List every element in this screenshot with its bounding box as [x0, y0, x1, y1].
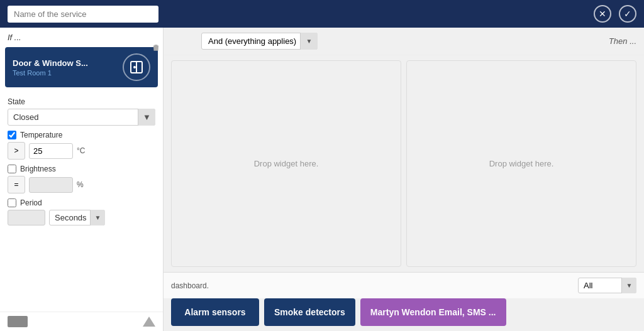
- close-button[interactable]: ✕: [594, 5, 611, 23]
- alarm-sensors-tile[interactable]: Alarm sensors: [171, 298, 259, 326]
- device-card-info: Door & Window S... Test Room 1: [13, 58, 123, 77]
- all-select-wrapper: All Sensors Actuators ▼: [578, 278, 636, 293]
- brightness-row: Brightness: [8, 165, 155, 173]
- period-label: Period: [20, 198, 42, 207]
- if-drop-label: Drop widget here.: [254, 159, 319, 168]
- if-drop-zone[interactable]: Drop widget here.: [171, 60, 401, 267]
- left-panel: If ... Door & Window S... Test Room 1: [0, 28, 164, 331]
- widgets-bar: dashboard. All Sensors Actuators ▼: [164, 272, 644, 298]
- martyn-wendon-label: Martyn Wendon Email, SMS ...: [370, 307, 496, 317]
- service-name-input[interactable]: [8, 6, 158, 23]
- brightness-input-row: = %: [8, 176, 155, 193]
- temperature-unit: °C: [77, 146, 85, 155]
- brightness-unit: %: [77, 180, 84, 189]
- state-label: State: [8, 97, 155, 106]
- smoke-detectors-label: Smoke detectors: [274, 307, 345, 317]
- temperature-input-row: > °C: [8, 142, 155, 160]
- temperature-value-input[interactable]: [29, 143, 73, 159]
- close-icon: ✕: [599, 9, 606, 19]
- greater-than-icon: >: [14, 146, 18, 155]
- then-header-label: Then ...: [609, 36, 636, 46]
- period-input-row: Seconds Minutes Hours ▼: [8, 210, 155, 225]
- period-checkbox[interactable]: [8, 198, 16, 207]
- smoke-detectors-tile[interactable]: Smoke detectors: [264, 298, 355, 326]
- brightness-checkbox[interactable]: [8, 165, 16, 173]
- bottom-controls: [0, 312, 163, 331]
- period-value-input[interactable]: [8, 210, 45, 225]
- brightness-value-input[interactable]: [29, 177, 73, 193]
- seconds-select[interactable]: Seconds Minutes Hours: [49, 210, 105, 225]
- main-content: If ... Door & Window S... Test Room 1: [0, 28, 644, 331]
- brightness-label: Brightness: [20, 165, 56, 173]
- svg-point-2: [134, 67, 135, 68]
- then-drop-zone[interactable]: Drop widget here.: [406, 60, 636, 267]
- and-select-wrapper: And (everything applies) Or (anything ap…: [201, 33, 318, 50]
- temperature-checkbox[interactable]: [8, 131, 16, 139]
- device-icon: [123, 53, 150, 81]
- temperature-label: Temperature: [20, 131, 62, 139]
- alarm-sensors-label: Alarm sensors: [184, 307, 245, 317]
- device-card[interactable]: Door & Window S... Test Room 1: [5, 47, 158, 87]
- state-select[interactable]: Closed Open: [8, 109, 155, 126]
- confirm-button[interactable]: ✓: [619, 5, 636, 23]
- widgets-bar-text: dashboard.: [171, 281, 209, 290]
- all-select[interactable]: All Sensors Actuators: [578, 278, 636, 293]
- widget-tiles: Alarm sensors Smoke detectors Martyn Wen…: [164, 298, 644, 331]
- martyn-wendon-tile[interactable]: Martyn Wendon Email, SMS ...: [360, 298, 506, 326]
- seconds-select-wrapper: Seconds Minutes Hours ▼: [49, 210, 105, 225]
- brightness-operator-btn[interactable]: =: [8, 176, 25, 193]
- confirm-icon: ✓: [624, 9, 631, 19]
- center-right: And (everything applies) Or (anything ap…: [164, 28, 644, 331]
- state-select-wrapper: Closed Open ▼: [8, 109, 155, 126]
- and-select[interactable]: And (everything applies) Or (anything ap…: [201, 33, 318, 50]
- equals-icon: =: [14, 180, 18, 189]
- top-bar: ✕ ✓: [0, 0, 644, 28]
- then-drop-label: Drop widget here.: [489, 159, 554, 168]
- if-label: If ...: [0, 28, 163, 45]
- device-card-title: Door & Window S...: [13, 58, 123, 68]
- expand-triangle-button[interactable]: [143, 317, 155, 327]
- temperature-operator-btn[interactable]: >: [8, 142, 25, 160]
- temperature-row: Temperature: [8, 131, 155, 139]
- drop-panels: Drop widget here. Drop widget here.: [164, 55, 644, 272]
- controls-area: State Closed Open ▼ Temperature > °C: [0, 90, 163, 312]
- delete-icon[interactable]: [152, 43, 160, 54]
- period-row: Period: [8, 198, 155, 207]
- device-card-subtitle: Test Room 1: [13, 69, 123, 77]
- small-rect-button[interactable]: [8, 316, 28, 327]
